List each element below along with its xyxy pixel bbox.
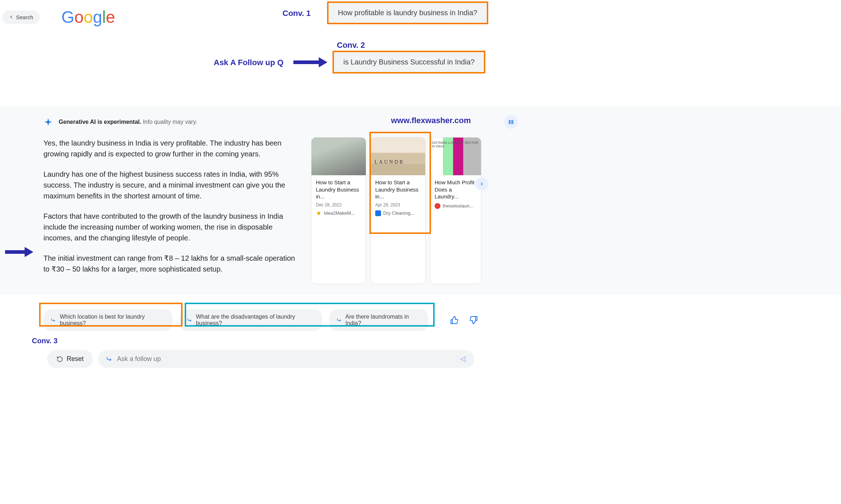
reply-arrow-icon [187,317,192,323]
svg-rect-2 [511,122,512,124]
back-label: Search [16,14,33,20]
generative-panel: Generative AI is experimental. Info qual… [0,106,841,295]
arrow-icon [293,57,327,67]
watermark: www.flexwasher.com [391,116,471,125]
card-title: How Much Profit Does a Laundry... [435,179,477,200]
followup-chip[interactable]: Which location is best for laundry busin… [43,309,172,331]
grid-icon [508,119,514,125]
source-card[interactable]: DEFINING LAUNDRY SECTOR IN INDIA How Muc… [430,138,481,284]
favicon-icon [435,203,440,209]
card-source: Idea2MakeM... [316,210,361,216]
annotation-followup: Ask A Follow up Q [214,58,284,67]
send-icon[interactable] [460,356,466,362]
source-card[interactable]: LAUNDR How to Start a Laundry Business i… [371,138,425,284]
scroll-next-button[interactable] [475,177,488,190]
favicon-icon [375,210,381,216]
reply-arrow-icon [336,317,342,323]
favicon-icon [316,210,322,216]
card-thumbnail: DEFINING LAUNDRY SECTOR IN INDIA [430,138,481,175]
generative-notice: Generative AI is experimental. Info qual… [59,119,197,125]
card-thumbnail: LAUNDR [371,138,425,175]
annotation-conv3: Conv. 3 [32,337,841,345]
query-bubble-1: How profitable is laundry business in In… [327,1,488,24]
card-title: How to Start a Laundry Business in... [375,179,421,200]
sparkle-icon [43,117,53,127]
svg-rect-3 [512,120,513,124]
toggle-view-button[interactable] [504,115,518,129]
card-thumbnail [311,138,366,175]
annotation-conv2: Conv. 2 [337,41,365,50]
followup-chip[interactable]: What are the disadvantages of laundry bu… [180,309,322,331]
arrow-icon [5,247,33,257]
followup-input-wrap[interactable] [98,350,474,368]
followup-input[interactable] [117,355,456,363]
source-card[interactable]: How to Start a Laundry Business in... De… [311,138,366,284]
back-to-search-button[interactable]: Search [2,10,40,24]
card-source: theswisslaun... [435,203,477,209]
svg-rect-1 [511,120,512,122]
chevron-right-icon [479,181,484,186]
thumbs-up-icon[interactable] [450,316,459,324]
reset-icon [57,356,63,362]
query-bubble-2: is Laundry Business Successful in India? [332,51,485,74]
card-date: Apr 28, 2023 [375,202,421,207]
reset-button[interactable]: Reset [47,350,93,368]
followup-chip[interactable]: Are there laundromats in India? [329,309,428,331]
card-date: Dec 28, 2022 [316,202,361,207]
source-cards: How to Start a Laundry Business in... De… [311,138,481,284]
answer-text: Yes, the laundry business in India is ve… [43,138,297,284]
thumbs-down-icon[interactable] [469,316,478,324]
google-logo: Google [62,7,115,27]
reply-arrow-icon [106,356,113,362]
svg-rect-0 [509,120,510,124]
card-source: Dry Cleaning... [375,210,421,216]
annotation-conv1: Conv. 1 [283,9,311,18]
chevron-left-icon [9,14,14,20]
reply-arrow-icon [51,317,56,323]
card-title: How to Start a Laundry Business in... [316,179,361,200]
